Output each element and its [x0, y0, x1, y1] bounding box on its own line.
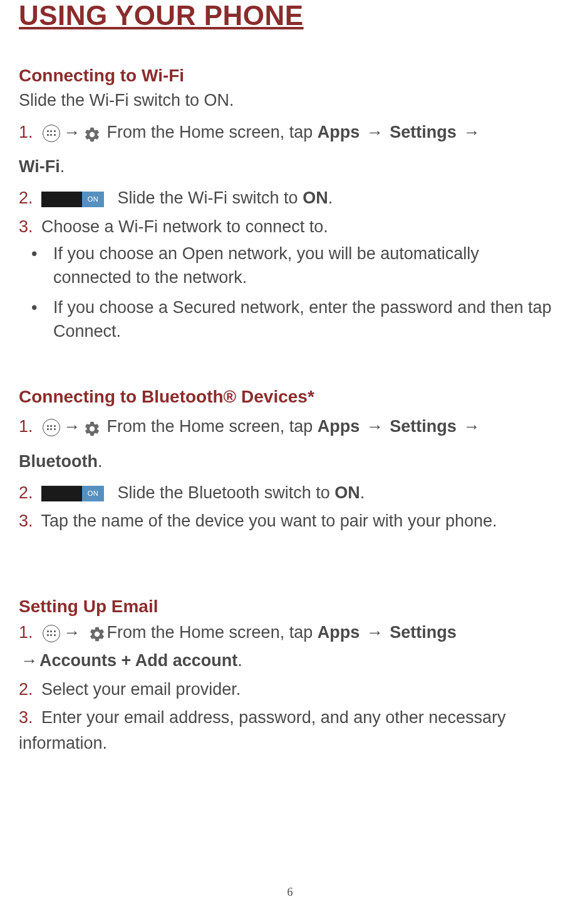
wifi-heading: Connecting to Wi-Fi [19, 66, 561, 86]
bluetooth-heading: Connecting to Bluetooth® Devices* [19, 387, 561, 407]
on-switch-handle: ON [82, 192, 104, 207]
step-text: From the Home screen, tap [107, 123, 318, 141]
arrow-icon: → [63, 417, 80, 436]
wifi-intro: Slide the Wi-Fi switch to ON. [19, 89, 561, 113]
step-number: 2. [19, 680, 33, 699]
step-text: Choose a Wi-Fi network to connect to. [37, 217, 328, 236]
arrow-icon: → [366, 623, 383, 642]
wifi-step-1: 1. → From the Home screen, tap Apps → Se… [19, 119, 561, 146]
bullet-item: If you choose a Secured network, enter t… [19, 296, 561, 344]
apps-icon [43, 625, 60, 642]
step-text: Enter your email address, password, and … [19, 708, 505, 752]
step-number: 1. [19, 417, 33, 436]
arrow-icon: → [463, 123, 480, 141]
step-text: From the Home screen, tap [107, 623, 318, 642]
wifi-step-3: 3. Choose a Wi-Fi network to connect to. [19, 214, 561, 240]
email-step-3: 3. Enter your email address, password, a… [19, 705, 561, 756]
step-number: 3. [19, 217, 33, 236]
period: . [360, 483, 365, 502]
on-label: ON [334, 483, 360, 502]
period: . [98, 452, 103, 471]
step-number: 3. [19, 511, 33, 530]
arrow-icon: → [366, 417, 383, 436]
arrow-icon: → [63, 623, 80, 642]
apps-icon [43, 125, 60, 142]
apps-label: Apps [318, 417, 360, 436]
step-text: Slide the Bluetooth switch to [113, 483, 334, 502]
step-text: Select your email provider. [37, 680, 241, 699]
period: . [328, 188, 333, 207]
settings-label: Settings [385, 417, 462, 436]
bluetooth-section: Connecting to Bluetooth® Devices* 1. → F… [19, 387, 561, 533]
step-number: 3. [19, 708, 33, 727]
bluetooth-continuation: Bluetooth. [19, 448, 561, 475]
email-continuation: →Accounts + Add account. [19, 648, 561, 674]
apps-label: Apps [318, 623, 360, 642]
page-title: USING YOUR PHONE [19, 0, 561, 31]
accounts-label: Accounts + Add account [39, 651, 237, 670]
gear-icon [83, 125, 101, 142]
step-number: 2. [19, 483, 33, 502]
step-text: Tap the name of the device you want to p… [37, 511, 497, 530]
page-number: 6 [287, 886, 293, 899]
on-switch-icon: ON [41, 486, 104, 501]
settings-label: Settings [385, 123, 462, 141]
step-text: Slide the Wi-Fi switch to [113, 188, 303, 207]
arrow-icon: → [463, 417, 480, 436]
gear-icon [88, 625, 106, 642]
arrow-icon: → [21, 651, 38, 670]
wifi-bullets: If you choose an Open network, you will … [19, 242, 561, 343]
bluetooth-step-2: 2. ON Slide the Bluetooth switch to ON. [19, 480, 561, 506]
email-step-2: 2. Select your email provider. [19, 677, 561, 702]
arrow-icon: → [63, 123, 80, 141]
wifi-continuation: Wi-Fi. [19, 153, 561, 180]
gear-icon [83, 419, 101, 436]
arrow-icon: → [366, 123, 383, 141]
bluetooth-step-3: 3. Tap the name of the device you want t… [19, 508, 561, 534]
email-heading: Setting Up Email [19, 597, 561, 617]
period: . [237, 651, 242, 670]
settings-label: Settings [385, 623, 457, 642]
apps-icon [43, 419, 60, 436]
period: . [60, 157, 65, 176]
step-number: 1. [19, 123, 33, 141]
wifi-bold: Wi-Fi [19, 157, 60, 176]
step-number: 1. [19, 623, 33, 642]
on-label: ON [303, 188, 328, 207]
wifi-section: Connecting to Wi-Fi Slide the Wi-Fi swit… [19, 66, 561, 343]
on-switch-icon: ON [41, 192, 104, 207]
step-number: 2. [19, 188, 33, 207]
on-switch-handle: ON [82, 486, 104, 501]
step-text: From the Home screen, tap [107, 417, 318, 436]
bullet-item: If you choose an Open network, you will … [19, 242, 561, 290]
email-section: Setting Up Email 1. → From the Home scre… [19, 597, 561, 756]
wifi-step-2: 2. ON Slide the Wi-Fi switch to ON. [19, 185, 561, 211]
bluetooth-bold: Bluetooth [19, 452, 98, 471]
bluetooth-step-1: 1. → From the Home screen, tap Apps → Se… [19, 413, 561, 440]
email-step-1: 1. → From the Home screen, tap Apps → Se… [19, 620, 561, 645]
apps-label: Apps [318, 123, 360, 141]
